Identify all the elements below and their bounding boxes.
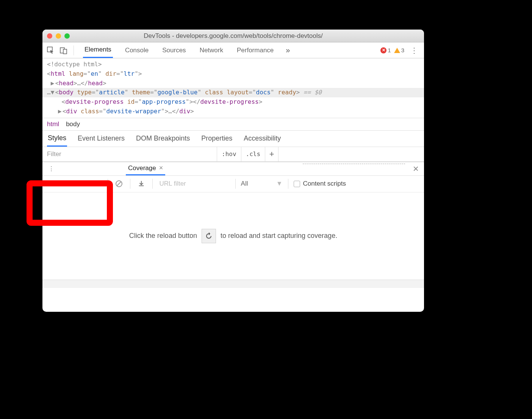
subtab-accessibility[interactable]: Accessibility	[243, 131, 282, 146]
separator	[130, 179, 130, 189]
doctype-text: <!doctype html>	[47, 61, 102, 68]
breadcrumb-html[interactable]: html	[47, 120, 59, 128]
minimize-window-icon[interactable]	[56, 33, 61, 39]
tab-network[interactable]: Network	[198, 43, 225, 58]
content-scripts-label: Content scripts	[303, 180, 346, 188]
breadcrumb-body[interactable]: body	[66, 120, 80, 128]
reload-button[interactable]	[202, 229, 216, 243]
clear-icon[interactable]	[113, 180, 125, 188]
separator	[108, 179, 108, 189]
subtab-dom-breakpoints[interactable]: DOM Breakpoints	[135, 131, 191, 146]
separator	[235, 179, 236, 189]
styles-subtabs: Styles Event Listeners DOM Breakpoints P…	[42, 130, 424, 147]
main-toolbar: Elements Console Sources Network Perform…	[42, 42, 424, 58]
tab-elements[interactable]: Elements	[83, 42, 113, 58]
close-drawer-icon[interactable]: ×	[411, 163, 421, 175]
export-icon[interactable]	[136, 180, 147, 187]
traffic-lights	[47, 33, 70, 39]
subtab-properties[interactable]: Properties	[200, 131, 233, 146]
close-window-icon[interactable]	[47, 33, 52, 39]
svg-line-4	[117, 181, 121, 186]
coverage-type-label: Per function	[46, 180, 81, 188]
subtab-styles[interactable]: Styles	[47, 131, 67, 147]
collapse-body-icon[interactable]: ▼	[51, 88, 55, 97]
drawer-footer	[42, 280, 424, 288]
expand-div-icon[interactable]: ▶	[58, 107, 63, 116]
inspect-element-icon[interactable]	[45, 47, 56, 54]
checkbox-icon	[294, 181, 300, 187]
coverage-empty-state: Click the reload button to reload and st…	[42, 192, 424, 280]
url-filter-input[interactable]	[158, 180, 230, 188]
breadcrumb: html body	[42, 118, 424, 130]
error-count: 1	[388, 47, 391, 53]
separator	[152, 179, 153, 189]
drawer: ⋮ Coverage × × Per function ▼	[42, 162, 424, 288]
coverage-toolbar: Per function ▼ All ▼	[42, 176, 424, 192]
selected-node-var: == $0	[300, 89, 322, 96]
cls-toggle[interactable]: .cls	[241, 147, 265, 161]
toolbar-right: ✕ 1 3 ⋮	[380, 46, 421, 55]
tab-sources[interactable]: Sources	[161, 43, 187, 58]
hov-toggle[interactable]: :hov	[217, 147, 241, 161]
titlebar[interactable]: DevTools - developers.google.com/web/too…	[42, 30, 424, 42]
warning-badge[interactable]: 3	[394, 47, 404, 53]
selected-body-node[interactable]: …▼<body type="article" theme="google-blu…	[42, 88, 424, 97]
main-tabs: Elements Console Sources Network Perform…	[83, 42, 275, 58]
kebab-menu-icon[interactable]: ⋮	[407, 46, 421, 55]
zoom-window-icon[interactable]	[64, 33, 70, 39]
dom-tree[interactable]: <!doctype html> <html lang="en" dir="ltr…	[42, 58, 424, 118]
svg-rect-2	[63, 49, 67, 54]
new-style-rule-icon[interactable]: +	[265, 147, 279, 161]
window-title: DevTools - developers.google.com/web/too…	[42, 32, 424, 40]
styles-filter-row: :hov .cls +	[42, 147, 424, 162]
content-scripts-checkbox[interactable]: Content scripts	[294, 180, 346, 188]
drawer-tab-coverage[interactable]: Coverage ×	[126, 162, 165, 175]
styles-filter-input[interactable]	[42, 147, 217, 161]
tab-performance[interactable]: Performance	[235, 43, 275, 58]
device-toolbar-icon[interactable]	[58, 47, 69, 54]
drawer-tab-coverage-label: Coverage	[128, 164, 156, 172]
subtab-event-listeners[interactable]: Event Listeners	[77, 131, 125, 146]
separator	[288, 179, 288, 189]
devtools-window: DevTools - developers.google.com/web/too…	[42, 30, 424, 312]
separator	[74, 45, 74, 55]
empty-msg-after: to reload and start capturing coverage.	[221, 232, 337, 240]
empty-msg-before: Click the reload button	[129, 232, 197, 240]
filter-type-dropdown[interactable]: All ▼	[241, 180, 283, 188]
error-icon: ✕	[380, 47, 386, 53]
chevron-down-icon: ▼	[276, 180, 283, 188]
tab-console[interactable]: Console	[124, 43, 150, 58]
error-badge[interactable]: ✕ 1	[380, 47, 391, 53]
reload-icon[interactable]	[95, 180, 102, 187]
expand-head-icon[interactable]: ▶	[51, 79, 55, 88]
coverage-type-dropdown[interactable]: Per function ▼	[46, 180, 89, 188]
chevron-down-icon: ▼	[83, 180, 89, 188]
close-tab-icon[interactable]: ×	[159, 164, 163, 172]
warning-icon	[394, 48, 400, 53]
filter-type-label: All	[241, 180, 248, 188]
drawer-menu-icon[interactable]: ⋮	[45, 165, 57, 173]
more-tabs-icon[interactable]: »	[286, 46, 290, 55]
warning-count: 3	[401, 47, 404, 53]
box-model-outline	[303, 164, 405, 165]
